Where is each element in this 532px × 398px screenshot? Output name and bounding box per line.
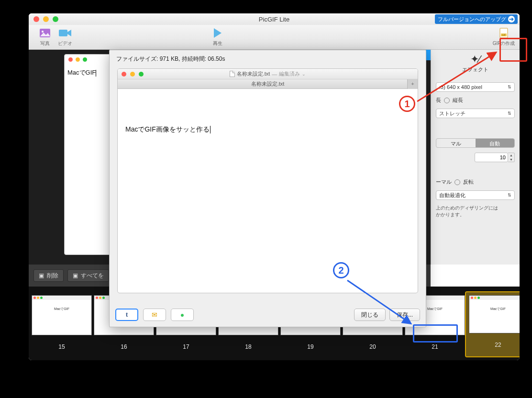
stretch-dropdown[interactable]: ストレッチ ⇅	[436, 109, 515, 118]
video-icon	[56, 27, 74, 39]
svg-text:GIF: GIF	[502, 33, 506, 36]
svg-rect-2	[59, 30, 67, 36]
select-all-button[interactable]: ▣ すべてを	[67, 269, 109, 282]
frame-number: 17	[156, 343, 216, 350]
zoom-icon	[83, 57, 87, 62]
orient-tall-label: 縦長	[453, 97, 463, 104]
chevron-updown-icon: ⇅	[508, 111, 511, 116]
export-sheet: ファイルサイズ: 971 KB, 持続時間: 06.50s 名称未設定.txt …	[109, 50, 426, 327]
arrow-right-icon: ➜	[508, 16, 515, 22]
seg-auto[interactable]: 自動	[476, 139, 515, 147]
size-dropdown[interactable]: :3) 640 x 480 pixel ⇅	[436, 82, 515, 92]
delete-label: 削除	[47, 272, 58, 280]
titlebar: PicGIF Lite フルバージョンへのアップグ ➜	[29, 13, 520, 25]
mode-segment[interactable]: マル 自動	[436, 138, 515, 148]
toolbar: 写真 ビデオ 再生 GIF GIFの作成	[29, 25, 520, 50]
chevron-updown-icon: ⇅	[508, 85, 511, 89]
share-tumblr-button[interactable]: t	[115, 309, 138, 321]
preview-document-window: 名称未設定.txt — 編集済み ⌄ 名称未設定.txt + MacでGIF画像…	[117, 68, 418, 293]
frame-number: 21	[405, 343, 465, 350]
tumblr-icon: t	[126, 311, 128, 319]
message-icon: ●	[180, 311, 184, 319]
chevron-updown-icon: ⇅	[508, 193, 511, 198]
document-body[interactable]: MacでGIF画像をサッと作る	[118, 89, 418, 134]
frame-number: 16	[94, 343, 154, 350]
mail-icon: ✉︎	[152, 311, 157, 319]
toolbar-photo-label: 写真	[36, 40, 54, 47]
fps-input[interactable]	[475, 153, 508, 162]
frame-thumb[interactable]: MacでGIF 22	[466, 292, 520, 356]
play-icon	[206, 27, 230, 39]
toolbar-make-gif-button[interactable]: GIF GIFの作成	[492, 27, 516, 47]
toolbar-make-gif-label: GIFの作成	[492, 40, 516, 47]
dither-note: 上のためのディザリングにはかかります。	[431, 203, 520, 220]
radio-flip[interactable]	[454, 179, 460, 185]
radio-tall[interactable]	[444, 98, 450, 103]
file-info: ファイルサイズ: 971 KB, 持続時間: 06.50s	[110, 50, 426, 68]
share-mail-button[interactable]: ✉︎	[143, 309, 166, 321]
wand-icon: ✦⁄	[431, 53, 520, 66]
tab-item[interactable]: 名称未設定.txt	[251, 80, 285, 88]
optimize-value: 自動最適化	[439, 192, 466, 199]
select-all-label: すべてを	[81, 272, 104, 280]
frame-number: 15	[32, 343, 92, 350]
new-tab-button[interactable]: +	[407, 79, 418, 89]
orient-long-label: 長	[436, 97, 441, 104]
delete-button[interactable]: ▣ 削除	[33, 269, 64, 282]
image-icon: ▣	[73, 272, 78, 279]
frame-number: 18	[218, 343, 278, 350]
toolbar-photo-button[interactable]: 写真	[36, 27, 54, 47]
frame-number: 19	[280, 343, 341, 350]
close-icon	[68, 57, 73, 62]
thumb-image: MacでGIF	[469, 295, 520, 333]
save-button[interactable]: 保存...	[389, 309, 420, 321]
effect-label: エフェクト	[431, 66, 520, 73]
svg-point-1	[42, 31, 44, 33]
upgrade-button[interactable]: フルバージョンへのアップグ ➜	[435, 14, 518, 24]
photo-icon	[36, 27, 54, 39]
close-button[interactable]: 閉じる	[354, 309, 386, 321]
chevron-down-icon[interactable]: ⌄	[302, 72, 306, 77]
share-message-button[interactable]: ●	[171, 309, 194, 321]
upgrade-label: フルバージョンへのアップグ	[438, 16, 506, 23]
gif-file-icon: GIF	[492, 27, 516, 39]
settings-sidebar: ✦⁄ エフェクト :3) 640 x 480 pixel ⇅ 長 縦長 ストレッ…	[431, 50, 520, 265]
frame-thumb[interactable]: MacでGIF 15	[32, 295, 92, 356]
fps-stepper[interactable]: ▲▼	[508, 153, 515, 162]
document-icon	[230, 71, 235, 77]
toolbar-video-label: ビデオ	[56, 40, 74, 47]
seg-normal[interactable]: マル	[436, 139, 476, 147]
frame-number: 22	[469, 342, 520, 348]
minimize-icon	[76, 57, 80, 62]
flip-normal-label: ーマル	[436, 178, 452, 186]
size-value: :3) 640 x 480 pixel	[439, 84, 482, 90]
effect-tab[interactable]: ✦⁄ エフェクト	[431, 53, 520, 79]
image-icon: ▣	[39, 272, 44, 279]
tab-bar: 名称未設定.txt +	[118, 79, 418, 89]
frame-number: 20	[343, 343, 403, 350]
toolbar-play-label: 再生	[206, 40, 230, 47]
toolbar-video-button[interactable]: ビデオ	[56, 27, 74, 47]
optimize-dropdown[interactable]: 自動最適化 ⇅	[436, 190, 515, 200]
flip-reverse-label: 反転	[463, 178, 474, 186]
stretch-value: ストレッチ	[439, 110, 466, 117]
document-title: 名称未設定.txt — 編集済み ⌄	[118, 70, 418, 77]
thumb-image: MacでGIF	[32, 295, 92, 335]
toolbar-play-button[interactable]: 再生	[206, 27, 230, 47]
